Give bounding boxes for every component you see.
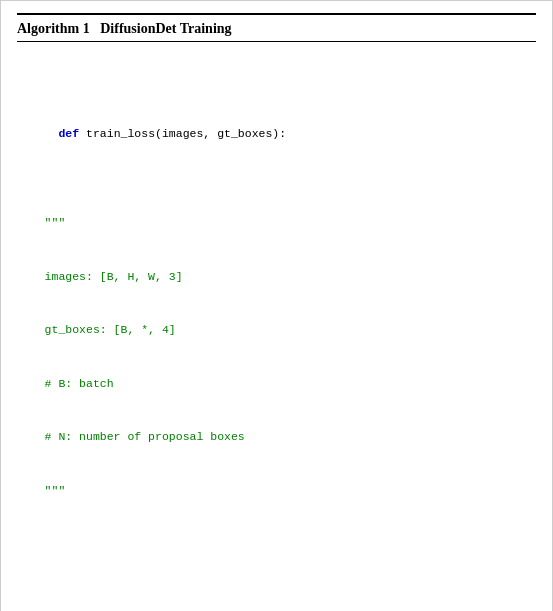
algorithm-container: Algorithm 1 DiffusionDet Training def tr… xyxy=(0,0,553,611)
code-def-line: def train_loss(images, gt_boxes): xyxy=(17,107,536,160)
code-docstring-images: images: [B, H, W, 3] xyxy=(17,268,536,286)
algorithm-title: Algorithm 1 DiffusionDet Training xyxy=(17,21,232,36)
code-comment-proposal: # N: number of proposal boxes xyxy=(17,428,536,446)
algorithm-label: Algorithm 1 xyxy=(17,21,90,36)
blank-1 xyxy=(17,571,536,589)
code-docstring-close: """ xyxy=(17,482,536,500)
algorithm-name: DiffusionDet Training xyxy=(100,21,231,36)
code-comment-batch: # B: batch xyxy=(17,375,536,393)
algorithm-header: Algorithm 1 DiffusionDet Training xyxy=(17,13,536,42)
code-block: def train_loss(images, gt_boxes): """ im… xyxy=(17,50,536,611)
code-docstring-open: """ xyxy=(17,214,536,232)
code-docstring-gtboxes: gt_boxes: [B, *, 4] xyxy=(17,321,536,339)
